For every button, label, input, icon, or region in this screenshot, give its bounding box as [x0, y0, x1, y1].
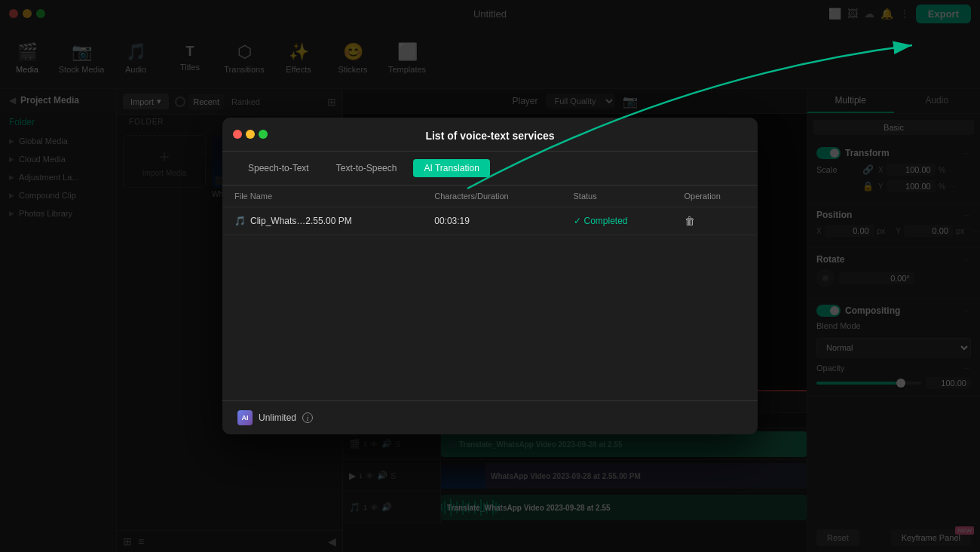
file-audio-icon: 🎵	[234, 216, 246, 226]
modal-minimize-dot[interactable]	[246, 130, 255, 139]
modal-window-controls	[233, 130, 268, 139]
cell-duration: 00:03:19	[422, 207, 561, 235]
modal-maximize-dot[interactable]	[259, 130, 268, 139]
main-layout: ◀ Project Media Folder ▶ Global Media ▶ …	[0, 89, 980, 552]
info-icon[interactable]: i	[302, 412, 313, 423]
cell-filename: 🎵 Clip_Whats…2.55.00 PM	[222, 207, 422, 235]
col-status: Status	[562, 186, 672, 207]
modal-tabs: Speech-to-Text Text-to-Speech AI Transla…	[222, 152, 758, 186]
modal-dialog: List of voice-text services Speech-to-Te…	[222, 118, 758, 434]
tab-text-to-speech[interactable]: Text-to-Speech	[326, 159, 408, 177]
cell-status: ✓ Completed	[562, 207, 672, 235]
tab-ai-translation[interactable]: AI Translation	[413, 159, 489, 177]
modal-title: List of voice-text services	[425, 130, 554, 142]
table-body: 🎵 Clip_Whats…2.55.00 PM 00:03:19 ✓ Compl…	[222, 207, 758, 235]
table-row: 🎵 Clip_Whats…2.55.00 PM 00:03:19 ✓ Compl…	[222, 207, 758, 235]
delete-operation-icon[interactable]: 🗑	[684, 215, 695, 227]
col-filename: File Name	[222, 186, 422, 207]
modal-header: List of voice-text services	[222, 118, 758, 152]
table-header: File Name Characters/Duration Status Ope…	[222, 186, 758, 207]
check-icon: ✓	[574, 216, 581, 226]
modal-empty-space	[222, 235, 758, 400]
status-text: Completed	[584, 216, 628, 226]
ai-logo: AI	[237, 410, 253, 425]
modal-table: File Name Characters/Duration Status Ope…	[222, 186, 758, 235]
col-duration: Characters/Duration	[422, 186, 561, 207]
col-operation: Operation	[672, 186, 758, 207]
cell-operation: 🗑	[672, 207, 758, 235]
modal-close-dot[interactable]	[233, 130, 242, 139]
modal-footer: AI Unlimited i	[222, 400, 758, 434]
modal-overlay[interactable]: List of voice-text services Speech-to-Te…	[0, 0, 980, 552]
tab-speech-to-text[interactable]: Speech-to-Text	[237, 159, 320, 177]
status-completed: ✓ Completed	[574, 216, 660, 226]
unlimited-label: Unlimited	[259, 412, 296, 423]
file-name-text: Clip_Whats…2.55.00 PM	[250, 216, 352, 226]
